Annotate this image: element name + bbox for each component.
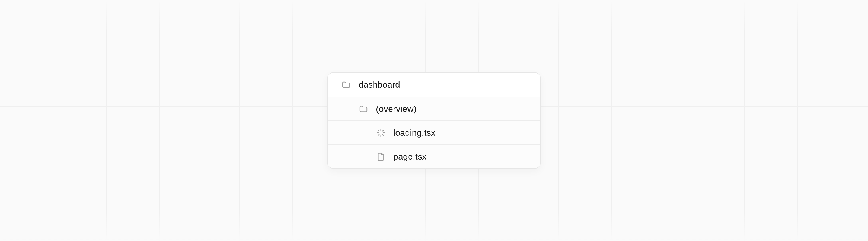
folder-icon <box>358 103 369 114</box>
file-tree-panel: dashboard (overview) loading.tsx <box>327 72 541 169</box>
loading-spinner-icon <box>375 127 386 138</box>
tree-row-loading[interactable]: loading.tsx <box>328 121 540 144</box>
canvas-fade-top <box>0 0 868 33</box>
file-icon <box>375 151 386 162</box>
tree-row-dashboard[interactable]: dashboard <box>328 73 540 97</box>
canvas-fade-bottom <box>0 208 868 241</box>
svg-line-6 <box>378 134 379 135</box>
tree-row-overview[interactable]: (overview) <box>328 97 540 121</box>
tree-row-label: loading.tsx <box>393 128 435 138</box>
svg-line-7 <box>382 130 383 131</box>
tree-row-label: dashboard <box>359 80 400 90</box>
tree-row-page[interactable]: page.tsx <box>328 144 540 168</box>
folder-icon <box>341 79 351 90</box>
tree-row-label: (overview) <box>376 104 416 114</box>
svg-line-3 <box>382 134 383 135</box>
svg-line-2 <box>378 130 379 131</box>
tree-row-label: page.tsx <box>393 152 427 162</box>
